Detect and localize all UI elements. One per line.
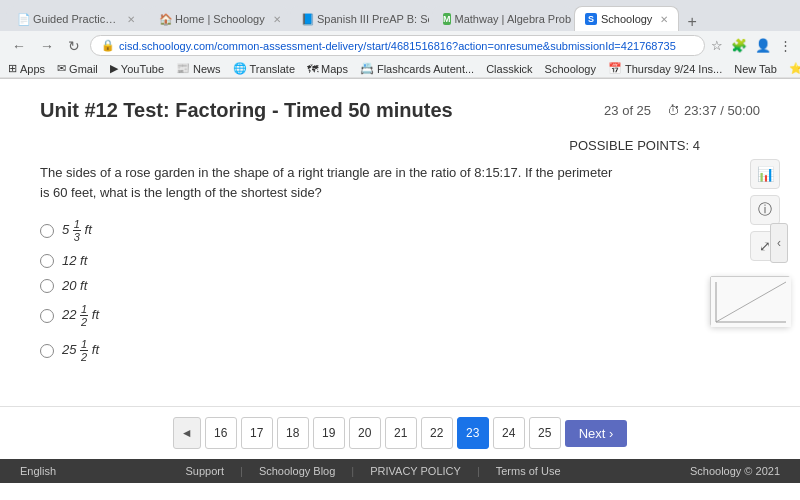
tab-mathway[interactable]: M Mathway | Algebra Problem S... ✕	[432, 6, 572, 31]
quiz-container: Unit #12 Test: Factoring - Timed 50 minu…	[0, 79, 800, 406]
toolbar-icons: ☆ 🧩 👤 ⋮	[711, 38, 792, 53]
tab-bar: 📄 Guided Practice and Core Pra... ✕ 🏠 Ho…	[0, 0, 800, 31]
answer-option-1[interactable]: 5 13 ft	[40, 218, 760, 243]
tab-home-schoology[interactable]: 🏠 Home | Schoology ✕	[148, 6, 288, 31]
page-btn-22[interactable]: 22	[421, 417, 453, 449]
answer-option-2[interactable]: 12 ft	[40, 253, 760, 268]
bookmark-translate[interactable]: 🌐Translate	[233, 62, 295, 75]
footer-links: Support | Schoology Blog | PRIVACY POLIC…	[185, 465, 560, 477]
answer-option-3[interactable]: 20 ft	[40, 278, 760, 293]
answer-text-4: 22 12 ft	[62, 303, 99, 328]
bookmark-newtab[interactable]: New Tab	[734, 63, 777, 75]
bookmark-apps[interactable]: ⊞Apps	[8, 62, 45, 75]
address-text: cisd.schoology.com/common-assessment-del…	[119, 40, 676, 52]
next-label: Next ›	[579, 426, 614, 441]
tab-favicon: 📘	[301, 13, 313, 25]
page-btn-23[interactable]: 23	[457, 417, 489, 449]
bookmark-star-icon[interactable]: ☆	[711, 38, 723, 53]
nav-bar: ◄ 16 17 18 19 20 21 22 23 24 25 Next ›	[0, 406, 800, 459]
answer-options: 5 13 ft 12 ft 20 ft 22 12 ft 25	[40, 218, 760, 364]
browser-chrome: 📄 Guided Practice and Core Pra... ✕ 🏠 Ho…	[0, 0, 800, 79]
info-tool[interactable]: ⓘ	[750, 195, 780, 225]
extensions-icon[interactable]: 🧩	[731, 38, 747, 53]
answer-option-5[interactable]: 25 12 ft	[40, 338, 760, 363]
sidebar-collapse-button[interactable]: ‹	[770, 223, 788, 263]
bookmark-gmail[interactable]: ✉Gmail	[57, 62, 98, 75]
fraction-5: 12	[80, 338, 88, 363]
question-text: The sides of a rose garden in the shape …	[40, 163, 620, 202]
quiz-progress: 23 of 25	[604, 103, 651, 118]
footer-lang: English	[20, 465, 56, 477]
footer-support[interactable]: Support	[185, 465, 224, 477]
page-btn-19[interactable]: 19	[313, 417, 345, 449]
nav-collapse-button[interactable]: ◄	[173, 417, 201, 449]
tab-spanish[interactable]: 📘 Spanish III PreAP B: Section 9... ✕	[290, 6, 430, 31]
bookmark-youtube[interactable]: ▶YouTube	[110, 62, 164, 75]
bookmark-thursday[interactable]: 📅Thursday 9/24 Ins...	[608, 62, 722, 75]
tab-favicon: M	[443, 13, 451, 25]
clock-icon: ⏱	[667, 103, 680, 118]
radio-5[interactable]	[40, 344, 54, 358]
tab-favicon: S	[585, 13, 597, 25]
menu-icon[interactable]: ⋮	[779, 38, 792, 53]
quiz-header: Unit #12 Test: Factoring - Timed 50 minu…	[40, 99, 760, 122]
possible-points: POSSIBLE POINTS: 4	[40, 138, 760, 153]
tab-favicon: 🏠	[159, 13, 171, 25]
answer-text-2: 12 ft	[62, 253, 87, 268]
bookmark-classkick[interactable]: Classkick	[486, 63, 532, 75]
radio-3[interactable]	[40, 279, 54, 293]
page-btn-16[interactable]: 16	[205, 417, 237, 449]
next-button[interactable]: Next ›	[565, 420, 628, 447]
calculator-tool[interactable]: 📊	[750, 159, 780, 189]
radio-2[interactable]	[40, 254, 54, 268]
address-bar-row: ← → ↻ 🔒 cisd.schoology.com/common-assess…	[0, 31, 800, 60]
answer-text-5: 25 12 ft	[62, 338, 99, 363]
quiz-timer: ⏱ 23:37 / 50:00	[667, 103, 760, 118]
page-btn-21[interactable]: 21	[385, 417, 417, 449]
footer-blog[interactable]: Schoology Blog	[259, 465, 335, 477]
fraction-1: 13	[73, 218, 81, 243]
footer-privacy[interactable]: PRIVACY POLICY	[370, 465, 461, 477]
tab-close[interactable]: ✕	[269, 14, 281, 25]
lock-icon: 🔒	[101, 39, 115, 52]
thumbnail-chart	[711, 277, 791, 327]
bookmark-twinkle[interactable]: ⭐Twinkle Star USB...	[789, 62, 800, 75]
quiz-title: Unit #12 Test: Factoring - Timed 50 minu…	[40, 99, 453, 122]
profile-icon[interactable]: 👤	[755, 38, 771, 53]
tab-favicon: 📄	[17, 13, 29, 25]
page-btn-20[interactable]: 20	[349, 417, 381, 449]
page-btn-18[interactable]: 18	[277, 417, 309, 449]
address-bar[interactable]: 🔒 cisd.schoology.com/common-assessment-d…	[90, 35, 705, 56]
new-tab-button[interactable]: +	[681, 13, 702, 31]
bookmarks-bar: ⊞Apps ✉Gmail ▶YouTube 📰News 🌐Translate 🗺…	[0, 60, 800, 78]
tab-close[interactable]: ✕	[656, 14, 668, 25]
bookmark-flashcards[interactable]: 📇Flashcards Autent...	[360, 62, 474, 75]
answer-text-3: 20 ft	[62, 278, 87, 293]
quiz-meta: 23 of 25 ⏱ 23:37 / 50:00	[604, 103, 760, 118]
answer-text-1: 5 13 ft	[62, 218, 92, 243]
footer: English Support | Schoology Blog | PRIVA…	[0, 459, 800, 483]
answer-option-4[interactable]: 22 12 ft	[40, 303, 760, 328]
radio-1[interactable]	[40, 224, 54, 238]
forward-button[interactable]: →	[36, 36, 58, 56]
tab-guided-practice[interactable]: 📄 Guided Practice and Core Pra... ✕	[6, 6, 146, 31]
back-button[interactable]: ←	[8, 36, 30, 56]
page-content: Unit #12 Test: Factoring - Timed 50 minu…	[0, 79, 800, 459]
reload-button[interactable]: ↻	[64, 36, 84, 56]
bookmark-maps[interactable]: 🗺Maps	[307, 63, 348, 75]
footer-copyright: Schoology © 2021	[690, 465, 780, 477]
footer-terms[interactable]: Terms of Use	[496, 465, 561, 477]
bookmark-schoology[interactable]: Schoology	[545, 63, 596, 75]
page-btn-25[interactable]: 25	[529, 417, 561, 449]
page-btn-17[interactable]: 17	[241, 417, 273, 449]
bookmark-news[interactable]: 📰News	[176, 62, 221, 75]
radio-4[interactable]	[40, 309, 54, 323]
tab-close[interactable]: ✕	[123, 14, 135, 25]
fraction-4: 12	[80, 303, 88, 328]
tab-schoology-active[interactable]: S Schoology ✕	[574, 6, 679, 31]
page-btn-24[interactable]: 24	[493, 417, 525, 449]
thumbnail-overlay	[710, 276, 790, 326]
timer-value: 23:37 / 50:00	[684, 103, 760, 118]
